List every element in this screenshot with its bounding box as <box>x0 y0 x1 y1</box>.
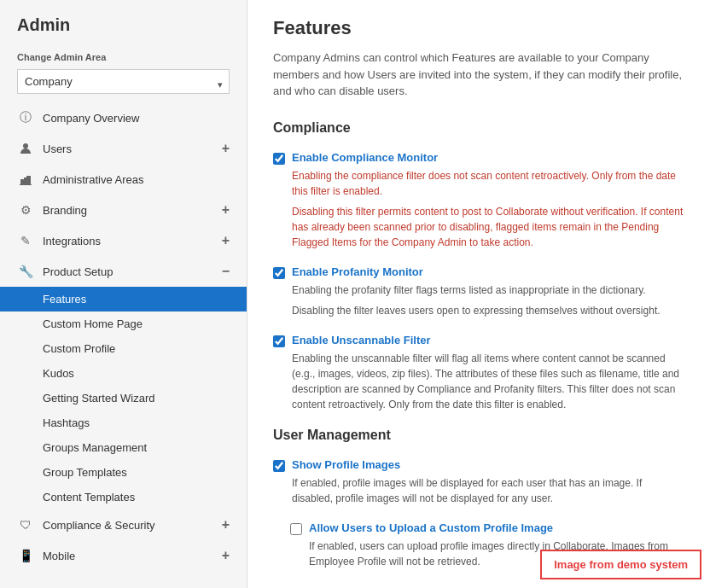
intro-text: Company Admins can control which Feature… <box>273 49 684 100</box>
profanity-monitor-desc-extra: Disabling the filter leaves users open t… <box>292 303 684 318</box>
compliance-section-heading: Compliance <box>273 120 684 139</box>
plus-icon[interactable]: + <box>222 548 230 563</box>
sidebar-item-label: Product Setup <box>43 265 222 278</box>
sidebar-item-branding[interactable]: ⚙ Branding + <box>0 195 247 225</box>
feature-profanity-monitor: Enable Profanity Monitor Enabling the pr… <box>273 265 684 318</box>
info-icon: ⓘ <box>17 109 34 126</box>
unscannable-filter-label: Enable Unscannable Filter <box>292 334 431 346</box>
page-title: Features <box>273 17 684 39</box>
sidebar-item-label: Company Overview <box>43 112 230 125</box>
change-area-label: Change Admin Area <box>0 44 247 66</box>
sidebar-item-hashtags[interactable]: Hashtags <box>0 410 247 435</box>
unscannable-filter-desc: Enabling the unscannable filter will fla… <box>292 351 684 412</box>
sidebar-item-label: Users <box>43 143 222 155</box>
sidebar-item-users[interactable]: Users + <box>0 133 247 164</box>
allow-custom-profile-image-checkbox[interactable] <box>290 523 302 535</box>
sidebar-item-features[interactable]: Features <box>0 287 247 311</box>
compliance-monitor-checkbox[interactable] <box>273 153 285 165</box>
main-content: Features Company Admins can control whic… <box>247 0 710 588</box>
sidebar-item-content-templates[interactable]: Content Templates <box>0 485 247 509</box>
sidebar-item-label: Branding <box>43 204 222 217</box>
compliance-monitor-desc: Enabling the compliance filter does not … <box>292 168 684 199</box>
sidebar-item-administrative-areas[interactable]: Administrative Areas <box>0 164 247 195</box>
sidebar-item-integrations[interactable]: ✎ Integrations + <box>0 225 247 256</box>
gear-icon: ⚙ <box>17 201 34 218</box>
profanity-monitor-desc: Enabling the profanity filter flags term… <box>292 282 684 298</box>
admin-area-select[interactable]: Company Division Department <box>17 69 230 94</box>
sidebar-item-kudos[interactable]: Kudos <box>0 361 247 386</box>
unscannable-filter-checkbox[interactable] <box>273 335 285 347</box>
compliance-monitor-label: Enable Compliance Monitor <box>292 151 438 164</box>
mobile-icon: 📱 <box>17 547 34 564</box>
plus-icon[interactable]: + <box>222 141 230 156</box>
plus-icon[interactable]: + <box>222 233 230 248</box>
edit-icon: ✎ <box>17 232 34 249</box>
profanity-monitor-checkbox[interactable] <box>273 267 285 279</box>
sidebar-item-label: Administrative Areas <box>43 173 230 186</box>
plus-icon[interactable]: + <box>222 517 230 533</box>
sidebar-item-mobile[interactable]: 📱 Mobile + <box>0 540 247 571</box>
sidebar-item-label: Compliance & Security <box>43 519 222 532</box>
minus-icon[interactable]: − <box>222 264 230 279</box>
show-profile-images-desc: If enabled, profile images will be displ… <box>292 475 684 506</box>
wrench-icon: 🔧 <box>17 263 34 280</box>
sidebar: Admin Change Admin Area Company Division… <box>0 0 247 588</box>
sidebar-item-company-overview[interactable]: ⓘ Company Overview <box>0 102 247 133</box>
user-icon <box>17 140 34 157</box>
sidebar-item-group-templates[interactable]: Group Templates <box>0 460 247 485</box>
sidebar-item-getting-started-wizard[interactable]: Getting Started Wizard <box>0 386 247 410</box>
compliance-monitor-desc-extra: Disabling this filter permits content to… <box>292 204 684 250</box>
allow-custom-profile-image-label: Allow Users to Upload a Custom Profile I… <box>309 521 553 534</box>
sidebar-item-compliance-security[interactable]: 🛡 Compliance & Security + <box>0 509 247 540</box>
sidebar-item-label: Mobile <box>43 550 222 562</box>
user-management-section-heading: User Management <box>273 428 684 446</box>
building-icon <box>17 171 34 188</box>
demo-banner: Image from demo system <box>540 550 701 579</box>
svg-rect-3 <box>24 178 27 185</box>
feature-show-profile-images: Show Profile Images If enabled, profile … <box>273 458 684 506</box>
admin-area-select-wrap: Company Division Department ▾ <box>0 66 247 102</box>
plus-icon[interactable]: + <box>222 202 230 218</box>
admin-title: Admin <box>0 0 247 44</box>
sidebar-item-product-setup[interactable]: 🔧 Product Setup − <box>0 256 247 287</box>
sidebar-item-custom-home-page[interactable]: Custom Home Page <box>0 311 247 336</box>
feature-unscannable-filter: Enable Unscannable Filter Enabling the u… <box>273 334 684 412</box>
shield-icon: 🛡 <box>17 516 34 533</box>
feature-compliance-monitor: Enable Compliance Monitor Enabling the c… <box>273 151 684 250</box>
sidebar-item-custom-profile[interactable]: Custom Profile <box>0 336 247 361</box>
show-profile-images-checkbox[interactable] <box>273 460 285 472</box>
svg-rect-4 <box>20 184 32 185</box>
sidebar-item-label: Integrations <box>43 235 222 247</box>
svg-point-0 <box>23 143 28 148</box>
sidebar-item-groups-management[interactable]: Groups Management <box>0 435 247 460</box>
profanity-monitor-label: Enable Profanity Monitor <box>292 265 423 278</box>
show-profile-images-label: Show Profile Images <box>292 458 400 471</box>
